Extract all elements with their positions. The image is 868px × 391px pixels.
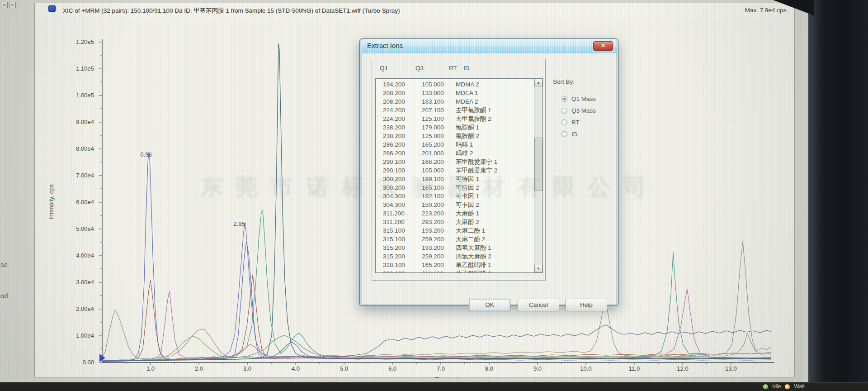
scrollbar-thumb[interactable]: [534, 138, 542, 191]
radio-icon: [561, 119, 567, 125]
list-item[interactable]: 238.200179.000氯胺酮 1: [376, 123, 534, 132]
list-item[interactable]: 300.200199.100可待因 1: [376, 175, 534, 183]
x-tick-label: 2.0: [195, 365, 203, 372]
ion-pair-rows: 194.200105.000MDMA 2 208.200133.000MDEA …: [376, 80, 534, 273]
radio-rt[interactable]: RT: [561, 119, 614, 126]
q1-value: 286.200: [383, 140, 422, 149]
x-tick-label: 12.0: [677, 365, 688, 372]
q1-value: 290.100: [383, 157, 422, 166]
y-tick-label: 4.00e4: [76, 252, 94, 259]
list-scrollbar[interactable]: ▲ ▼: [534, 79, 542, 272]
cancel-button[interactable]: Cancel: [518, 299, 559, 311]
id-value: 可待因 2: [456, 183, 479, 192]
cutoff-close-icon[interactable]: ✕: [9, 2, 16, 8]
q1-value: 238.200: [383, 132, 422, 140]
status-wait-label: Wait: [794, 383, 805, 390]
q3-value: 105.000: [422, 80, 456, 89]
q1-value: 194.200: [383, 80, 422, 89]
list-item[interactable]: 208.200163.100MDEA 2: [376, 97, 534, 106]
q3-value: 193.200: [422, 243, 456, 252]
radio-q1-mass[interactable]: Q1 Mass: [561, 95, 614, 102]
sort-by-label: Sort By:: [553, 78, 614, 85]
list-item[interactable]: 328.100211.100单乙酰吗啡 2: [376, 269, 534, 273]
q1-value: 300.200: [383, 183, 422, 192]
id-value: 吗啡 2: [456, 149, 473, 157]
list-item[interactable]: 304.300182.100可卡因 1: [376, 192, 534, 200]
list-item[interactable]: 315.100259.200大麻二酚 2: [376, 235, 534, 243]
id-value: 苯甲酰爱康宁 1: [456, 157, 497, 166]
q3-value: 125.000: [422, 132, 456, 140]
q1-value: 286.200: [383, 149, 422, 157]
list-item[interactable]: 224.200207.100去甲氯胺酮 1: [376, 106, 534, 114]
list-item[interactable]: 290.100168.200苯甲酰爱康宁 1: [376, 157, 534, 166]
peak-label: 0.96: [140, 151, 151, 158]
status-yellow-icon: [785, 384, 790, 389]
q1-value: 328.100: [383, 269, 422, 273]
y-tick-label: 1.00e4: [76, 332, 94, 339]
list-item[interactable]: 290.100105.000苯甲酰爱康宁 2: [376, 166, 534, 175]
ok-button[interactable]: OK: [469, 299, 510, 311]
column-header-id[interactable]: ID: [463, 65, 470, 72]
arrow-down-icon: ▼: [537, 267, 540, 271]
sort-by-group: Sort By: Q1 Mass Q3 Mass RT ID: [553, 78, 614, 142]
radio-q3-mass[interactable]: Q3 Mass: [561, 107, 614, 114]
list-item[interactable]: 286.200165.200吗啡 1: [376, 140, 534, 149]
list-item[interactable]: 194.200105.000MDMA 2: [376, 80, 534, 89]
ion-pair-listbox[interactable]: 194.200105.000MDMA 2 208.200133.000MDEA …: [375, 78, 543, 273]
x-tick-label: 3.0: [243, 365, 251, 372]
id-value: 大麻酚 2: [456, 218, 479, 226]
scroll-up-button[interactable]: ▲: [534, 79, 542, 86]
dialog-title: Extract Ions: [367, 42, 403, 49]
radio-id[interactable]: ID: [561, 130, 614, 138]
q1-value: 315.200: [383, 252, 422, 261]
q1-value: 328.100: [383, 261, 422, 269]
radio-label: Q3 Mass: [571, 107, 596, 114]
monitor-bezel-right: [808, 0, 868, 391]
column-header-q1[interactable]: Q1: [380, 65, 388, 72]
q3-value: 165.100: [422, 183, 456, 192]
cutoff-text-fragment: od: [0, 292, 8, 300]
id-value: MDEA 2: [456, 97, 478, 106]
x-tick-label: 6.0: [388, 365, 396, 372]
list-item[interactable]: 224.200125.100去甲氯胺酮 2: [376, 114, 534, 123]
id-value: 吗啡 1: [456, 140, 473, 149]
help-button[interactable]: Help: [566, 299, 607, 311]
cutoff-close-icon[interactable]: ✕: [1, 2, 8, 8]
id-value: 大麻二酚 2: [456, 235, 485, 243]
list-item[interactable]: 208.200133.000MDEA 1: [376, 89, 534, 97]
q3-value: 168.200: [422, 157, 456, 166]
list-item[interactable]: 311.200293.200大麻酚 2: [376, 218, 534, 226]
y-axis-ticks: [99, 42, 102, 362]
list-item[interactable]: 315.100193.200大麻二酚 1: [376, 226, 534, 235]
list-item[interactable]: 315.200259.200四氢大麻酚 2: [376, 252, 534, 261]
y-tick-label: 7.00e4: [76, 172, 94, 179]
y-tick-label: 5.00e4: [76, 225, 94, 232]
id-value: 氯胺酮 2: [456, 132, 479, 140]
q3-value: 193.200: [422, 226, 456, 235]
list-item[interactable]: 311.200223.200大麻酚 1: [376, 209, 534, 218]
q3-value: 105.000: [422, 166, 456, 175]
x-tick-label: 1.0: [146, 365, 155, 372]
id-value: 去甲氯胺酮 2: [456, 114, 491, 123]
list-item[interactable]: 315.200193.200四氢大麻酚 1: [376, 243, 534, 252]
x-tick-label: 7.0: [437, 365, 445, 372]
q3-value: 182.100: [422, 192, 456, 200]
list-item[interactable]: 286.200201.000吗啡 2: [376, 149, 534, 157]
column-header-q3[interactable]: Q3: [415, 65, 424, 72]
q1-value: 311.200: [383, 209, 422, 218]
list-item[interactable]: 328.100165.200单乙酰吗啡 1: [376, 261, 534, 269]
x-tick-label: 8.0: [485, 365, 493, 372]
taskbar-strip: Idle Wait: [0, 382, 868, 391]
scroll-down-button[interactable]: ▼: [534, 265, 542, 272]
y-tick-label: 1.20e5: [76, 38, 94, 45]
column-header-rt[interactable]: RT: [449, 65, 457, 72]
list-item[interactable]: 304.300150.200可卡因 2: [376, 200, 534, 209]
dialog-title-bar[interactable]: Extract Ions ✕: [361, 39, 617, 53]
q3-value: 199.100: [422, 175, 456, 183]
peak-label: 2.95: [233, 220, 245, 227]
q3-value: 259.200: [422, 235, 456, 243]
list-item[interactable]: 238.200125.000氯胺酮 2: [376, 132, 534, 140]
list-item[interactable]: 300.200165.100可待因 2: [376, 183, 534, 192]
id-value: 四氢大麻酚 2: [456, 252, 491, 261]
close-button[interactable]: ✕: [593, 41, 613, 51]
